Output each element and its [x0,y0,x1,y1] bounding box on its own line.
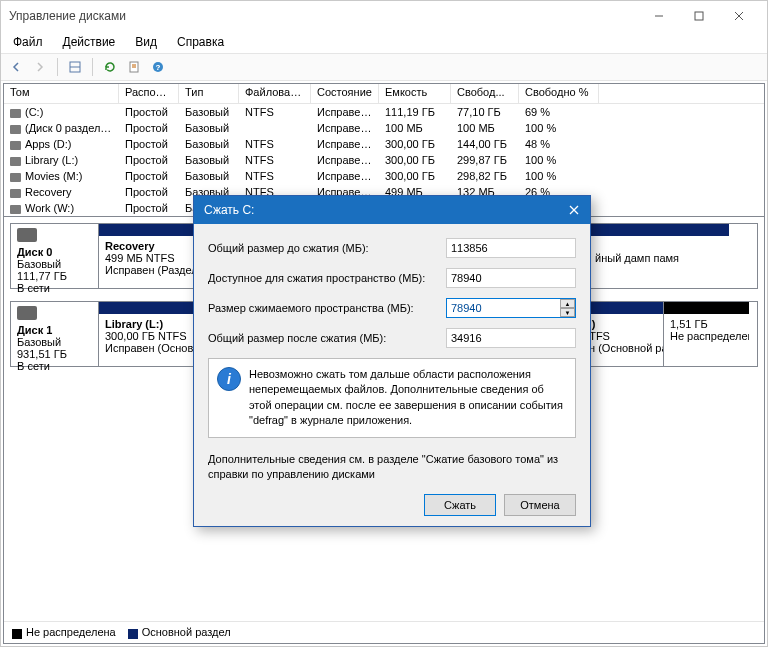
col-free[interactable]: Свобод... [451,84,519,103]
available-value: 78940 [446,268,576,288]
col-pct[interactable]: Свободно % [519,84,599,103]
note-text: Дополнительные сведения см. в разделе "С… [208,452,576,483]
spinner-down[interactable]: ▼ [560,308,575,317]
menu-action[interactable]: Действие [55,33,124,51]
toolbar: ? [1,53,767,81]
legend-primary: Основной раздел [142,626,231,638]
total-after-label: Общий размер после сжатия (МБ): [208,332,446,344]
info-icon: i [217,367,241,391]
partition[interactable]: Recovery499 МБ NTFSИсправен (Раздел и [99,224,199,288]
spinner-up[interactable]: ▲ [560,299,575,308]
legend: Не распределена Основной раздел [4,621,764,643]
help-button[interactable]: ? [147,56,169,78]
col-type[interactable]: Тип [179,84,239,103]
dialog-close-button[interactable] [558,196,590,224]
total-after-value: 34916 [446,328,576,348]
col-layout[interactable]: Располо... [119,84,179,103]
minimize-button[interactable] [639,2,679,30]
volume-row[interactable]: Apps (D:)ПростойБазовыйNTFSИсправен...30… [4,136,764,152]
menu-file[interactable]: Файл [5,33,51,51]
menu-view[interactable]: Вид [127,33,165,51]
properties-button[interactable] [123,56,145,78]
views-button[interactable] [64,56,86,78]
close-button[interactable] [719,2,759,30]
volume-row[interactable]: (C:)ПростойБазовыйNTFSИсправен...111,19 … [4,104,764,120]
disk-label[interactable]: Диск 1Базовый931,51 ГБВ сети [10,301,98,367]
volume-row[interactable]: (Диск 0 раздел 2)ПростойБазовыйИсправен.… [4,120,764,136]
dialog-title: Сжать C: [204,203,254,217]
volume-row[interactable]: Library (L:)ПростойБазовыйNTFSИсправен..… [4,152,764,168]
titlebar: Управление дисками [1,1,767,31]
menubar: Файл Действие Вид Справка [1,31,767,53]
partition[interactable]: йный дамп памя [589,224,729,288]
partition[interactable]: 1,51 ГБНе распределен [664,302,749,366]
svg-rect-1 [695,12,703,20]
cancel-button[interactable]: Отмена [504,494,576,516]
disk-label[interactable]: Диск 0Базовый111,77 ГБВ сети [10,223,98,289]
volume-grid-header: Том Располо... Тип Файловая с... Состоян… [4,84,764,104]
dialog-titlebar: Сжать C: [194,196,590,224]
refresh-button[interactable] [99,56,121,78]
col-capacity[interactable]: Емкость [379,84,451,103]
window-title: Управление дисками [9,9,126,23]
legend-unalloc: Не распределена [26,626,116,638]
svg-text:?: ? [156,63,161,72]
forward-button[interactable] [29,56,51,78]
col-volume[interactable]: Том [4,84,119,103]
maximize-button[interactable] [679,2,719,30]
col-status[interactable]: Состояние [311,84,379,103]
total-before-label: Общий размер до сжатия (МБ): [208,242,446,254]
total-before-value: 113856 [446,238,576,258]
volume-row[interactable]: Movies (M:)ПростойБазовыйNTFSИсправен...… [4,168,764,184]
shrink-dialog: Сжать C: Общий размер до сжатия (МБ): 11… [193,195,591,527]
shrink-button[interactable]: Сжать [424,494,496,516]
info-text: Невозможно сжать том дальше области расп… [249,367,567,429]
available-label: Доступное для сжатия пространство (МБ): [208,272,446,284]
shrink-amount-label: Размер сжимаемого пространства (МБ): [208,302,446,314]
info-box: i Невозможно сжать том дальше области ра… [208,358,576,438]
menu-help[interactable]: Справка [169,33,232,51]
back-button[interactable] [5,56,27,78]
shrink-amount-input[interactable] [446,298,576,318]
col-fs[interactable]: Файловая с... [239,84,311,103]
